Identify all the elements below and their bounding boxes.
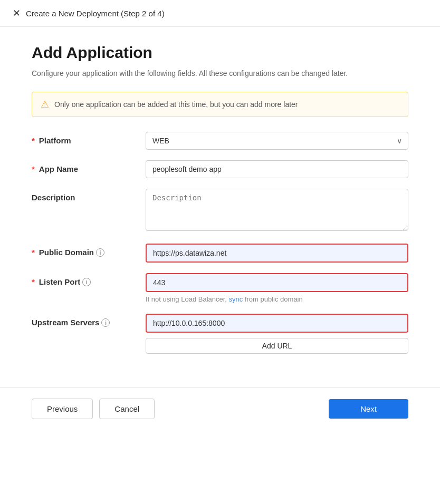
app-name-label: * App Name [32, 160, 137, 173]
dialog-title: Create a New Deployment (Step 2 of 4) [26, 9, 165, 18]
description-textarea[interactable] [146, 189, 408, 231]
upstream-servers-row: Upstream Servers i Add URL [32, 314, 408, 354]
description-label: Description [32, 189, 137, 202]
public-domain-control [146, 244, 408, 263]
public-domain-info-icon[interactable]: i [96, 248, 104, 257]
listen-port-required: * [32, 277, 35, 286]
footer-left: Previous Cancel [32, 399, 155, 419]
upstream-servers-label: Upstream Servers i [32, 314, 137, 327]
listen-port-info-icon[interactable]: i [82, 278, 91, 286]
listen-port-input[interactable] [146, 273, 408, 292]
upstream-servers-info-icon[interactable]: i [101, 318, 110, 327]
upstream-servers-control: Add URL [146, 314, 408, 354]
platform-label: * Platform [32, 132, 137, 145]
public-domain-input[interactable] [146, 244, 408, 263]
public-domain-label: * Public Domain i [32, 244, 137, 257]
platform-control: WEB MOBILE API [146, 132, 408, 150]
listen-port-row: * Listen Port i If not using Load Balanc… [32, 273, 408, 303]
warning-icon: ⚠ [41, 99, 49, 110]
add-url-button[interactable]: Add URL [146, 338, 408, 354]
listen-port-label: * Listen Port i [32, 273, 137, 286]
description-row: Description [32, 189, 408, 233]
platform-row: * Platform WEB MOBILE API [32, 132, 408, 150]
alert-text: Only one application can be added at thi… [54, 100, 298, 109]
page-heading: Add Application [32, 44, 408, 62]
next-button[interactable]: Next [329, 399, 408, 419]
previous-button[interactable]: Previous [32, 399, 93, 419]
listen-port-control: If not using Load Balancer, sync from pu… [146, 273, 408, 303]
app-name-row: * App Name [32, 160, 408, 178]
content-area: Add Application Configure your applicati… [0, 27, 440, 377]
public-domain-required: * [32, 248, 35, 257]
close-icon[interactable]: ✕ [13, 8, 21, 18]
sync-link[interactable]: sync [229, 295, 243, 303]
dialog-footer: Previous Cancel Next [0, 387, 440, 430]
app-name-input[interactable] [146, 160, 408, 178]
platform-select[interactable]: WEB MOBILE API [146, 132, 408, 150]
alert-banner: ⚠ Only one application can be added at t… [32, 92, 408, 117]
cancel-button[interactable]: Cancel [99, 399, 155, 419]
description-control [146, 189, 408, 233]
listen-port-hint: If not using Load Balancer, sync from pu… [146, 295, 408, 303]
upstream-servers-input[interactable] [146, 314, 408, 333]
public-domain-row: * Public Domain i [32, 244, 408, 263]
dialog-header: ✕ Create a New Deployment (Step 2 of 4) [0, 0, 440, 27]
platform-select-wrapper: WEB MOBILE API [146, 132, 408, 150]
page-description: Configure your application with the foll… [32, 68, 408, 79]
app-name-control [146, 160, 408, 178]
platform-required: * [32, 136, 35, 145]
app-name-required: * [32, 164, 35, 173]
